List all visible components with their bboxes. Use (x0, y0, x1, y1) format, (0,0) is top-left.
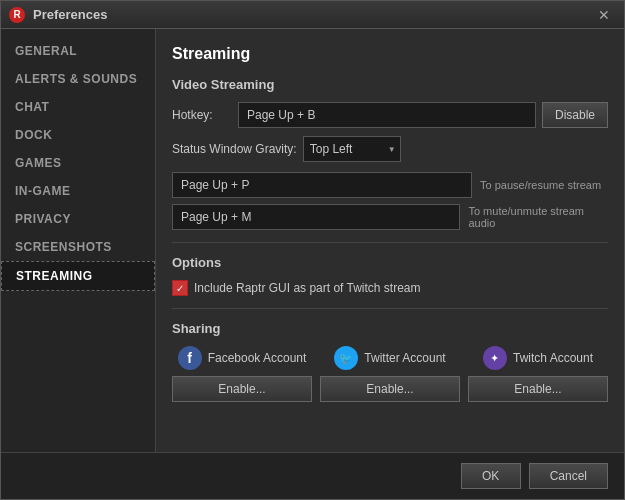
twitch-account-name: Twitch Account (513, 351, 593, 365)
sidebar-item-in-game[interactable]: IN-GAME (1, 177, 155, 205)
sidebar: GENERALALERTS & SOUNDSCHATDOCKGAMESIN-GA… (1, 29, 156, 452)
twitter-icon: 🐦 (334, 346, 358, 370)
close-button[interactable]: ✕ (592, 5, 616, 25)
sidebar-item-streaming[interactable]: STREAMING (1, 261, 155, 291)
sharing-section: Sharing f Facebook Account Enable... 🐦 (172, 321, 608, 402)
video-streaming-section-title: Video Streaming (172, 77, 608, 92)
gravity-row: Status Window Gravity: Top Left Top Righ… (172, 136, 608, 162)
sidebar-item-alerts-sounds[interactable]: ALERTS & SOUNDS (1, 65, 155, 93)
preferences-dialog: R Preferences ✕ GENERALALERTS & SOUNDSCH… (0, 0, 625, 500)
options-section-title: Options (172, 255, 608, 270)
checkbox-checked-icon[interactable]: ✓ (172, 280, 188, 296)
include-gui-label: Include Raptr GUI as part of Twitch stre… (194, 281, 421, 295)
facebook-account-name: Facebook Account (208, 351, 307, 365)
app-icon: R (9, 7, 25, 23)
dialog-title: Preferences (33, 7, 592, 22)
hotkey-input[interactable] (238, 102, 536, 128)
title-bar: R Preferences ✕ (1, 1, 624, 29)
sidebar-item-screenshots[interactable]: SCREENSHOTS (1, 233, 155, 261)
main-panel: Streaming Video Streaming Hotkey: Disabl… (156, 29, 624, 452)
sidebar-item-games[interactable]: GAMES (1, 149, 155, 177)
page-title: Streaming (172, 45, 608, 63)
twitter-account-block: 🐦 Twitter Account Enable... (320, 346, 460, 402)
twitter-account-label-row: 🐦 Twitter Account (320, 346, 460, 370)
options-section: Options ✓ Include Raptr GUI as part of T… (172, 255, 608, 296)
sharing-section-title: Sharing (172, 321, 608, 336)
pause-hotkey-input[interactable] (172, 172, 472, 198)
sidebar-item-privacy[interactable]: PRIVACY (1, 205, 155, 233)
sharing-accounts-row: f Facebook Account Enable... 🐦 Twitter A… (172, 346, 608, 402)
twitch-icon: ✦ (483, 346, 507, 370)
dialog-content: GENERALALERTS & SOUNDSCHATDOCKGAMESIN-GA… (1, 29, 624, 452)
mute-hotkey-row: To mute/unmute stream audio (172, 204, 608, 230)
ok-button[interactable]: OK (461, 463, 521, 489)
facebook-account-block: f Facebook Account Enable... (172, 346, 312, 402)
gravity-select[interactable]: Top Left Top Right Bottom Left Bottom Ri… (303, 136, 401, 162)
include-gui-row: ✓ Include Raptr GUI as part of Twitch st… (172, 280, 608, 296)
twitch-account-label-row: ✦ Twitch Account (468, 346, 608, 370)
mute-hotkey-label: To mute/unmute stream audio (468, 205, 608, 229)
pause-hotkey-row: To pause/resume stream (172, 172, 608, 198)
twitch-enable-button[interactable]: Enable... (468, 376, 608, 402)
facebook-enable-button[interactable]: Enable... (172, 376, 312, 402)
twitter-enable-button[interactable]: Enable... (320, 376, 460, 402)
sidebar-item-general[interactable]: GENERAL (1, 37, 155, 65)
divider-1 (172, 242, 608, 243)
sidebar-item-dock[interactable]: DOCK (1, 121, 155, 149)
dialog-footer: OK Cancel (1, 452, 624, 499)
sidebar-item-chat[interactable]: CHAT (1, 93, 155, 121)
facebook-account-label-row: f Facebook Account (172, 346, 312, 370)
hotkey-label: Hotkey: (172, 108, 232, 122)
disable-button[interactable]: Disable (542, 102, 608, 128)
hotkey-row: Hotkey: Disable (172, 102, 608, 128)
gravity-select-wrapper: Top Left Top Right Bottom Left Bottom Ri… (303, 136, 401, 162)
twitter-account-name: Twitter Account (364, 351, 445, 365)
divider-2 (172, 308, 608, 309)
mute-hotkey-input[interactable] (172, 204, 460, 230)
facebook-icon: f (178, 346, 202, 370)
pause-hotkey-label: To pause/resume stream (480, 179, 601, 191)
gravity-label: Status Window Gravity: (172, 142, 297, 156)
cancel-button[interactable]: Cancel (529, 463, 608, 489)
twitch-account-block: ✦ Twitch Account Enable... (468, 346, 608, 402)
